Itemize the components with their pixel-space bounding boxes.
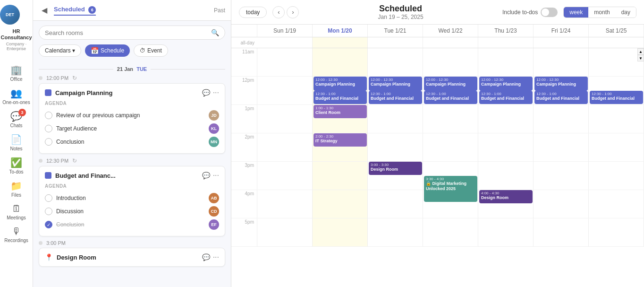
sidebar-item-one-on-ones[interactable]: 👥 One-on-ones — [0, 85, 33, 108]
agenda-check-3[interactable] — [45, 138, 52, 146]
sidebar-item-to-dos[interactable]: ✅ To-dos — [0, 154, 33, 177]
calendar-day-headers: Sun 1/19 Mon 1/20 Tue 1/21 Wed 1/22 Thu … — [231, 25, 644, 37]
calendar-event[interactable]: 12:00 - 12:30Campaign Planning — [424, 77, 477, 91]
hour-cell — [589, 133, 644, 162]
sidebar-item-meetings[interactable]: 🗓 Meetings — [0, 200, 33, 223]
scroll-up-btn[interactable]: ▲ — [637, 48, 644, 55]
calendar-event[interactable]: 3:00 - 3:30Design Room — [369, 162, 422, 175]
allday-sun — [257, 37, 313, 48]
hour-cell — [368, 218, 423, 247]
agenda-item-b1: Introduction AB — [45, 191, 219, 205]
calendar-event[interactable]: 12:00 - 12:30Campaign Planning — [369, 77, 422, 91]
event-color-2 — [45, 172, 51, 179]
hour-cell — [257, 162, 313, 190]
calendar-event[interactable]: 12:00 - 12:30Campaign Planning — [314, 77, 367, 91]
calendar-event[interactable]: 3:30 - 4:30🔒 Digital Marketing Unlocked … — [424, 176, 477, 202]
sidebar-item-chats[interactable]: 💬 Chats 3 — [0, 108, 33, 131]
agenda-item-3: Conclusion MN — [45, 135, 219, 148]
search-input[interactable] — [45, 29, 207, 36]
scroll-down-btn[interactable]: ▼ — [637, 55, 644, 61]
event-button[interactable]: ⏱ Event — [134, 44, 168, 57]
day-col-wed[interactable]: 12:00 - 12:30Campaign Planning12:30 - 1:… — [423, 48, 478, 247]
event-chat-icon[interactable]: 💬 — [202, 89, 210, 96]
schedule-button[interactable]: 📅 Schedule — [85, 44, 130, 57]
calendar-event[interactable]: 12:30 - 1:00Budget and Financial — [369, 91, 422, 104]
hour-cell — [478, 218, 534, 247]
calendar-view-tabs: week month day — [563, 7, 636, 18]
agenda-check-2[interactable] — [45, 125, 52, 132]
prev-button[interactable]: ‹ — [272, 6, 285, 18]
allday-mon — [313, 37, 368, 48]
agenda-check[interactable] — [45, 112, 52, 119]
agenda-item-b2: Discussion CD — [45, 205, 219, 218]
calendar-event[interactable]: 12:30 - 1:00Budget and Financial — [424, 91, 477, 104]
panel-header: ◀ Scheduled 6 Past — [33, 0, 231, 21]
view-day-tab[interactable]: day — [616, 7, 636, 17]
calendar-event[interactable]: 12:30 - 1:00Budget and Financial — [534, 91, 588, 104]
hour-cell — [534, 48, 589, 77]
calendars-button[interactable]: Calendars ▾ — [39, 44, 81, 57]
day-col-mon[interactable]: 12:00 - 12:30Campaign Planning12:30 - 1:… — [313, 48, 368, 247]
event-chat-icon-2[interactable]: 💬 — [202, 172, 210, 179]
avatar-3: MN — [209, 137, 219, 147]
search-icon: 🔍 — [211, 29, 219, 36]
calendar-event[interactable]: 12:30 - 1:00Budget and Financial — [590, 91, 643, 104]
calendar-event[interactable]: 12:30 - 1:00Budget and Financial — [479, 91, 533, 104]
day-header-2: Tue 1/21 — [368, 25, 423, 37]
view-week-tab[interactable]: week — [564, 7, 588, 17]
calendar-event[interactable]: 2:00 - 2:30IT Strategy — [314, 133, 367, 147]
day-col-tue[interactable]: 12:00 - 12:30Campaign Planning12:30 - 1:… — [368, 48, 423, 247]
agenda-check-b3[interactable]: ✓ — [45, 221, 52, 228]
day-col-thu[interactable]: 12:00 - 12:30Campaign Planning12:30 - 1:… — [478, 48, 534, 247]
hour-cell — [313, 218, 368, 247]
hour-cell — [423, 105, 478, 133]
day-col-sat[interactable]: 12:30 - 1:00Budget and Financial — [589, 48, 644, 247]
calendar-scroll-body[interactable]: ▲ ▼ 11am12pm1pm2pm3pm4pm5pm12:00 - 12:30… — [231, 48, 644, 287]
sidebar-item-notes[interactable]: 📄 Notes — [0, 131, 33, 154]
include-todos-toggle[interactable] — [541, 8, 558, 17]
day-col-fri[interactable]: 12:00 - 12:30Campaign Planning12:30 - 1:… — [534, 48, 589, 247]
event-chat-icon-3[interactable]: 💬 — [202, 253, 210, 261]
calendar-event[interactable]: 12:30 - 1:00Budget and Financial — [314, 91, 367, 104]
next-button[interactable]: › — [287, 6, 299, 18]
day-header-3: Wed 1/22 — [423, 25, 478, 37]
tab-scheduled[interactable]: Scheduled 6 — [54, 5, 96, 16]
allday-label: all-day — [231, 37, 257, 48]
calendar-topbar: today ‹ › Scheduled Jan 19 – 25, 2025 In… — [231, 0, 644, 25]
calendar-area: today ‹ › Scheduled Jan 19 – 25, 2025 In… — [231, 0, 644, 287]
agenda-check-b1[interactable] — [45, 194, 52, 202]
time-label-cell: 5pm — [231, 218, 257, 247]
calendar-event[interactable]: 4:00 - 4:30Design Room — [479, 190, 533, 203]
sidebar-item-office[interactable]: 🏢 Office — [0, 61, 33, 85]
agenda-check-b2[interactable] — [45, 208, 52, 215]
calendar-event[interactable]: 12:00 - 12:30Campaign Planning — [479, 77, 533, 91]
company-logo[interactable]: DET — [0, 5, 20, 25]
collapse-button[interactable]: ◀ — [39, 5, 50, 16]
event-more-icon-2[interactable]: ··· — [213, 171, 219, 180]
hour-cell — [257, 77, 313, 105]
time-label-cell: 4pm — [231, 190, 257, 218]
avatar-b3: EF — [209, 219, 219, 230]
office-icon: 🏢 — [10, 64, 22, 76]
event-card-budget: Budget and Financ... 💬 ··· AGENDA Introd… — [39, 166, 225, 236]
avatar-b2: CD — [209, 206, 219, 217]
allday-row: all-day — [231, 37, 644, 48]
tab-past[interactable]: Past — [214, 7, 225, 14]
left-panel: ◀ Scheduled 6 Past 🔍 Calendars ▾ 📅 Sched… — [33, 0, 231, 287]
sidebar-item-files[interactable]: 📁 Files — [0, 177, 33, 200]
day-col-sun[interactable] — [257, 48, 313, 247]
recur-icon-2[interactable]: ↻ — [72, 157, 77, 164]
recur-icon[interactable]: ↻ — [72, 75, 77, 81]
view-month-tab[interactable]: month — [588, 7, 615, 17]
include-todos: Include to-dos — [502, 8, 558, 17]
calendar-nav: ‹ › — [272, 6, 299, 18]
event-more-icon[interactable]: ··· — [213, 88, 219, 97]
calendar-subtitle: Jan 19 – 25, 2025 — [305, 14, 497, 20]
search-container: 🔍 — [33, 21, 231, 44]
event-more-icon-3[interactable]: ··· — [213, 253, 219, 261]
sidebar-item-recordings[interactable]: 🎙 Recordings — [0, 223, 33, 246]
calendar-event[interactable]: 12:00 - 12:30Campaign Planning — [534, 77, 588, 91]
calendar-event[interactable]: 1:00 - 1:30Client Room — [314, 105, 367, 118]
time-grid: 11am12pm1pm2pm3pm4pm5pm12:00 - 12:30Camp… — [231, 48, 644, 247]
today-button[interactable]: today — [239, 7, 267, 18]
